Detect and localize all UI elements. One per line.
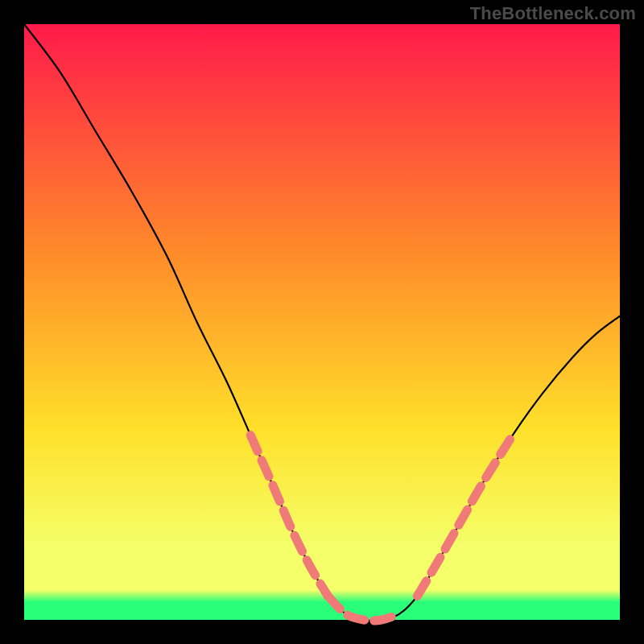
svg-rect-0 xyxy=(24,24,620,620)
bottleneck-chart xyxy=(0,0,644,644)
watermark-text: TheBottleneck.com xyxy=(470,3,636,24)
chart-frame: TheBottleneck.com xyxy=(0,0,644,644)
